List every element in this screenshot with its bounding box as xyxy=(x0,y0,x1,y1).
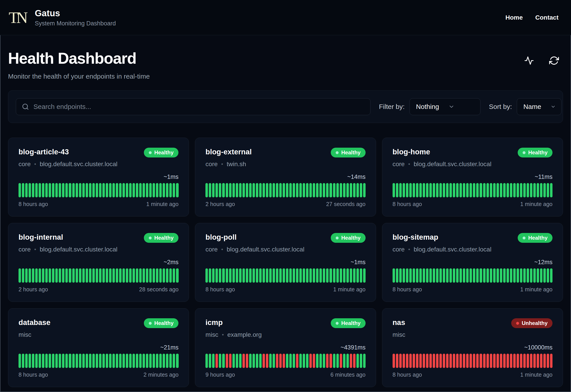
health-bar-up xyxy=(456,183,459,197)
uptime-bars[interactable] xyxy=(205,354,365,368)
health-bar-up xyxy=(493,268,496,283)
endpoint-group: misc xyxy=(205,331,218,338)
nav-link-contact[interactable]: Contact xyxy=(535,14,558,21)
health-bar-up xyxy=(149,183,152,197)
page-title: Health Dashboard xyxy=(8,49,150,67)
card-head: icmp Healthy xyxy=(205,318,365,328)
health-bar-up xyxy=(106,268,108,283)
search-input[interactable] xyxy=(33,103,364,111)
health-bar-down xyxy=(226,354,228,368)
health-bar-up xyxy=(286,354,288,368)
health-bar-up xyxy=(419,268,422,283)
status-label: Healthy xyxy=(154,149,174,156)
health-bar-up xyxy=(433,268,435,283)
uptime-bars[interactable] xyxy=(18,354,179,368)
activity-icon[interactable] xyxy=(524,56,534,66)
health-bar-down xyxy=(513,354,516,368)
uptime-bars[interactable] xyxy=(205,268,365,283)
endpoint-host: blog.default.svc.cluster.local xyxy=(40,161,118,168)
health-bar-up xyxy=(112,183,115,197)
health-bar-up xyxy=(92,354,95,368)
health-bar-up xyxy=(523,268,526,283)
uptime-bars[interactable] xyxy=(18,268,179,283)
health-bar-up xyxy=(239,354,241,368)
health-bar-up xyxy=(45,268,48,283)
endpoint-card[interactable]: nas Unhealthy misc ~10000ms 8 hours ago … xyxy=(382,308,563,387)
health-bar-up xyxy=(79,183,81,197)
health-bar-up xyxy=(89,268,91,283)
health-bar-up xyxy=(219,268,221,283)
uptime-bars[interactable] xyxy=(392,354,553,368)
health-bar-up xyxy=(276,183,278,197)
chevron-down-icon xyxy=(551,104,556,110)
endpoint-card[interactable]: blog-internal Healthy core • blog.defaul… xyxy=(8,223,189,302)
endpoint-name: database xyxy=(18,318,50,327)
filter-select[interactable]: Nothing xyxy=(409,98,481,115)
sort-select[interactable]: Name xyxy=(517,98,561,115)
health-bar-up xyxy=(540,183,542,197)
health-bar-up xyxy=(209,183,211,197)
health-bar-up xyxy=(45,354,48,368)
health-bar-up xyxy=(296,268,299,283)
endpoint-card[interactable]: database Healthy misc ~21ms 8 hours ago … xyxy=(8,308,189,387)
health-bar-up xyxy=(122,268,125,283)
health-bar-up xyxy=(293,183,295,197)
health-bar-up xyxy=(543,268,546,283)
health-bar-up xyxy=(22,268,24,283)
newest-time: 28 seconds ago xyxy=(139,286,179,293)
health-bar-down xyxy=(450,354,452,368)
health-bar-up xyxy=(483,268,486,283)
health-bar-up xyxy=(530,268,532,283)
health-bar-up xyxy=(279,183,282,197)
time-range: 8 hours ago 1 minute ago xyxy=(205,286,365,293)
endpoint-card[interactable]: blog-external Healthy core • twin.sh ~14… xyxy=(195,138,376,216)
health-bar-up xyxy=(219,354,221,368)
health-bar-up xyxy=(543,183,546,197)
uptime-bars[interactable] xyxy=(205,183,365,197)
health-bar-up xyxy=(520,183,522,197)
health-bar-down xyxy=(459,354,462,368)
uptime-bars[interactable] xyxy=(18,183,179,197)
health-bar-up xyxy=(129,354,132,368)
health-bar-up xyxy=(212,268,215,283)
health-bar-down xyxy=(229,354,231,368)
endpoint-name: blog-internal xyxy=(18,233,63,241)
nav-link-home[interactable]: Home xyxy=(505,14,523,21)
health-bar-up xyxy=(496,183,499,197)
endpoint-name: blog-article-43 xyxy=(18,148,69,156)
endpoint-card[interactable]: blog-sitemap Healthy core • blog.default… xyxy=(382,223,563,302)
health-bar-up xyxy=(242,183,245,197)
endpoint-name: blog-home xyxy=(392,148,430,156)
health-bar-down xyxy=(433,354,435,368)
status-badge: Unhealthy xyxy=(511,318,553,328)
health-bar-down xyxy=(443,354,445,368)
health-bar-up xyxy=(530,183,532,197)
health-bar-up xyxy=(283,183,285,197)
health-bar-up xyxy=(229,183,231,197)
health-bar-up xyxy=(35,183,38,197)
endpoint-card[interactable]: blog-poll Healthy core • blog.default.sv… xyxy=(195,223,376,302)
uptime-bars[interactable] xyxy=(392,183,553,197)
endpoint-card[interactable]: blog-article-43 Healthy core • blog.defa… xyxy=(8,138,189,216)
endpoint-card[interactable]: icmp Healthy misc • example.org ~4391ms … xyxy=(195,308,376,387)
endpoint-latency: ~21ms xyxy=(18,338,179,351)
health-bar-up xyxy=(82,354,85,368)
status-label: Healthy xyxy=(341,235,361,241)
refresh-icon[interactable] xyxy=(549,56,559,66)
health-bar-up xyxy=(246,268,248,283)
uptime-bars[interactable] xyxy=(392,268,553,283)
search-icon xyxy=(22,103,29,110)
endpoint-group: core xyxy=(18,161,30,168)
meta-separator: • xyxy=(221,246,223,252)
health-bar-up xyxy=(356,183,359,197)
page-subtitle: Monitor the health of your endpoints in … xyxy=(8,73,150,80)
health-bar-up xyxy=(72,354,75,368)
health-bar-down xyxy=(510,354,512,368)
health-bar-up xyxy=(116,183,118,197)
health-bar-up xyxy=(59,354,61,368)
health-bar-up xyxy=(473,268,475,283)
endpoint-card[interactable]: blog-home Healthy core • blog.default.sv… xyxy=(382,138,563,216)
status-badge: Healthy xyxy=(331,233,366,243)
health-bar-up xyxy=(450,183,452,197)
health-bar-up xyxy=(69,268,71,283)
